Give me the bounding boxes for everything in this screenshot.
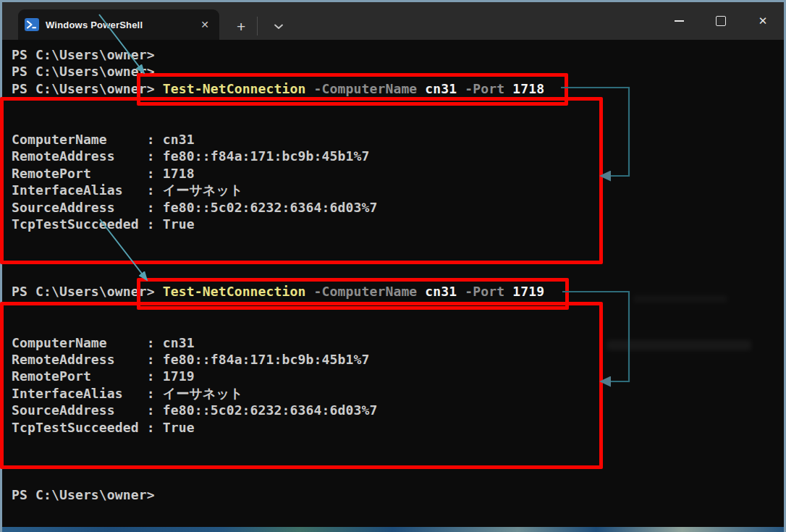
terminal-line (12, 470, 784, 486)
terminal-line: PS C:\Users\owner> (12, 46, 784, 63)
terminal-line (12, 232, 784, 249)
terminal-line: ComputerName : cn31 (12, 131, 784, 148)
new-tab-button[interactable]: + (237, 19, 245, 34)
minimize-icon (675, 20, 684, 22)
powershell-icon (25, 18, 39, 31)
chevron-down-icon (274, 24, 284, 30)
titlebar[interactable]: Windows PowerShell ✕ + ✕ (2, 2, 784, 40)
terminal-line: RemoteAddress : fe80::f84a:171:bc9b:45b1… (12, 148, 784, 164)
terminal-line: TcpTestSucceeded : True (12, 419, 784, 436)
terminal-line (12, 317, 784, 334)
terminal-line: RemotePort : 1718 (12, 165, 784, 182)
terminal-line: PS C:\Users\owner> Test-NetConnection -C… (12, 80, 784, 97)
terminal-line (12, 114, 784, 131)
terminal-line: RemotePort : 1719 (12, 368, 784, 384)
terminal-content[interactable]: PS C:\Users\owner>PS C:\Users\owner>PS C… (2, 40, 784, 527)
minimize-button[interactable] (658, 2, 700, 40)
terminal-line (12, 97, 784, 114)
terminal-line: TcpTestSucceeded : True (12, 216, 784, 232)
tab-close-icon[interactable]: ✕ (198, 18, 212, 31)
screenshot-stage: Windows PowerShell ✕ + ✕ PS C:\Users\own… (0, 0, 786, 532)
tab-windows-powershell[interactable]: Windows PowerShell ✕ (18, 9, 219, 40)
terminal-line (12, 266, 784, 283)
terminal-line: InterfaceAlias : イーサネット (12, 182, 784, 198)
terminal-line (12, 436, 784, 452)
terminal-line: PS C:\Users\owner> (12, 63, 784, 80)
tab-dropdown-button[interactable] (274, 19, 284, 33)
terminal-line (12, 300, 784, 317)
terminal-line: SourceAddress : fe80::5c02:6232:6364:6d0… (12, 199, 784, 216)
tab-title: Windows PowerShell (46, 20, 198, 30)
terminal-line: SourceAddress : fe80::5c02:6232:6364:6d0… (12, 402, 784, 418)
titlebar-divider (257, 17, 258, 35)
terminal-line: PS C:\Users\owner> (12, 486, 784, 503)
terminal-window: Windows PowerShell ✕ + ✕ PS C:\Users\own… (0, 0, 786, 532)
maximize-button[interactable] (700, 2, 742, 40)
window-bottom-edge (2, 527, 784, 532)
window-controls: ✕ (658, 2, 784, 40)
close-icon: ✕ (758, 16, 768, 27)
terminal-line: ComputerName : cn31 (12, 334, 784, 351)
terminal-line (12, 452, 784, 469)
maximize-icon (716, 16, 726, 26)
terminal-line: RemoteAddress : fe80::f84a:171:bc9b:45b1… (12, 351, 784, 368)
terminal-line: PS C:\Users\owner> Test-NetConnection -C… (12, 283, 784, 300)
close-button[interactable]: ✕ (742, 2, 784, 40)
terminal-line (12, 250, 784, 266)
terminal-line: InterfaceAlias : イーサネット (12, 385, 784, 402)
